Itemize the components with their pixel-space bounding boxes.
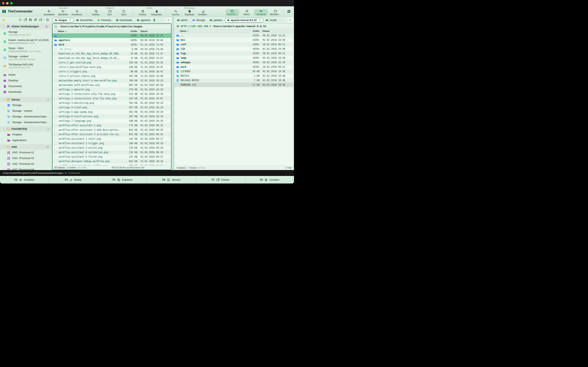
tab-overflow-indicator[interactable] bbox=[154, 19, 155, 22]
column-size[interactable]: Größe bbox=[245, 29, 260, 33]
window-close-button[interactable] bbox=[2, 2, 4, 4]
tab-close-icon[interactable] bbox=[69, 19, 71, 21]
favorites-star-icon[interactable] bbox=[2, 18, 5, 21]
file-row-intro-4-actions-chains-png[interactable]: intro-4_actions-chains.png101 KB31.01.20… bbox=[52, 74, 171, 78]
file-row-workflow-assistant-4-validation-png[interactable]: workflow-assistant-4-validation.png134 K… bbox=[52, 150, 171, 155]
sidebar-item-storage-gemeinsame-daten[interactable]: Storage - Gemeinsame-Daten… bbox=[0, 114, 51, 119]
sidebar-item-extern-nonino-de-ab-07-12-2024[interactable]: Extern: nonino.de (ab 07.12.2024)1and1-… bbox=[0, 37, 51, 45]
tab-xcode[interactable]: Xcode bbox=[264, 18, 278, 22]
file-row-bin[interactable]: bin<DIR>02.02.2016 19:38 bbox=[174, 38, 293, 42]
server-stack-icon[interactable] bbox=[29, 18, 32, 21]
file-row-workflow-designer-test-workflow-png[interactable]: workflow-designer-test-workflow.png989 K… bbox=[52, 164, 171, 165]
new-tab-button[interactable] bbox=[165, 18, 171, 22]
seitenlei-toggle-button[interactable]: Seitenlei… bbox=[226, 9, 239, 16]
net-drive-icon[interactable] bbox=[34, 18, 37, 21]
file-row-intro-2-how-workflows-work-png[interactable]: intro-2_how-workflows-work.png149 KB31.0… bbox=[52, 65, 171, 69]
sidebar-section-server[interactable]: Server4 bbox=[0, 97, 51, 102]
file-row-workflow-after-assistant-1-png[interactable]: workflow-after-assistant-1.png773 KB01.0… bbox=[52, 123, 171, 128]
file-row-settings-5-app-sweep-png[interactable]: settings-5-app-sweep.png362 KB01.02.2026… bbox=[52, 110, 171, 114]
file-row-settings-2-connections-sftp-ftp-smtp-png[interactable]: settings-2-connections-sftp-ftp-smtp.png… bbox=[52, 92, 171, 96]
file-row-workflow-assistant-1-start-png[interactable]: workflow-assistant-1-start.png141 KB01.0… bbox=[52, 137, 171, 141]
dateien-button[interactable]: Dateien bbox=[89, 9, 103, 16]
file-row-running-txt[interactable]: RUNNING.txt17 KB02.02.2016 19:38 bbox=[174, 83, 293, 87]
tab-downloads[interactable]: Downloads bbox=[114, 18, 134, 22]
left-path-bar[interactable]: /Users/norbert/Projekte/Xcode/Flowistry/… bbox=[52, 24, 171, 29]
file-row-settings-4-trash-png[interactable]: settings-4-trash.png367 KB01.02.2026 10:… bbox=[52, 105, 171, 110]
sidebar-item-storage-gemeinsame-daten[interactable]: Storage - Gemeinsame-Daten… bbox=[0, 119, 51, 125]
folder-gear-icon[interactable] bbox=[39, 18, 42, 21]
file-row-workflow-after-assistant-2-add-description[interactable]: workflow-after-assistant-2-add-descripti… bbox=[52, 128, 171, 132]
function-key-f3-ansehen[interactable]: F3Ansehen bbox=[0, 176, 49, 184]
sidebar-item-asc-prozesse-04[interactable]: ASC: Prozesse-04 bbox=[0, 167, 51, 170]
file-row-intro-1-get-started-png[interactable]: intro-1_get-started.png109 KB31.01.2026 … bbox=[52, 60, 171, 65]
packen-button[interactable]: Packen bbox=[136, 9, 149, 16]
settings-button[interactable] bbox=[284, 6, 292, 17]
function-key-f6-versch[interactable]: F6Versch. bbox=[147, 176, 196, 184]
sidebar-item-storage-norbert[interactable]: Storage - norbertsmb://192.168.200.7/nor… bbox=[0, 54, 51, 62]
file-row-dark[interactable]: dark<DIR>01.02.2026 13:43 bbox=[52, 42, 171, 47]
sidebar-item-downloads[interactable]: Downloads bbox=[0, 89, 51, 95]
file-row-download-on-the-mac-app-store-badge-us-uk[interactable]: Download_on_the_Mac_App_Store_Badge_US-U… bbox=[52, 56, 171, 60]
sidebar-item-asc-prozesse-01[interactable]: ASC: Prozesse-01 bbox=[0, 150, 51, 155]
tab-close-icon[interactable] bbox=[258, 19, 261, 21]
file-row-intro-3-triggers-png[interactable]: intro-3_triggers.png98 KB31.01.2026 16:4… bbox=[52, 69, 171, 74]
file-row-temp[interactable]: temp<DIR>02.02.2016 19:38 bbox=[174, 56, 293, 60]
file-row-appstore[interactable]: appstore<DIR>04.02.2026 19:44 bbox=[52, 38, 171, 42]
file-row-settings-6-notifications-png[interactable]: settings-6-notifications.png397 KB01.02.… bbox=[52, 114, 171, 119]
file-row-settings-3-monitoring-png[interactable]: settings-3-monitoring.png392 KB01.02.202… bbox=[52, 101, 171, 105]
file-row-mainwindow-empty-start-a-new-workflow-png[interactable]: mainwindow-empty-start-a-new-workflow.pn… bbox=[52, 78, 171, 83]
entpacken-button[interactable]: Entpacken bbox=[150, 9, 163, 16]
file-row-workflow-assistant-2-trigger-png[interactable]: workflow-assistant-2-trigger.png184 KB01… bbox=[52, 141, 171, 146]
right-path-bar[interactable]: SFTP://192.168.200.7 /Users/norbert/apac… bbox=[174, 24, 293, 29]
sync-button[interactable]: Sync bbox=[117, 9, 130, 16]
new-tab-button[interactable] bbox=[287, 18, 293, 22]
file-row-settings-2-connectsions-sftp-ftp-smtp-png[interactable]: settings-2-connectsions-sftp-ftp-smtp.pn… bbox=[52, 96, 171, 101]
pane-splitter[interactable] bbox=[172, 17, 174, 170]
file-row-workflow-designer-debug-workflow-png[interactable]: workflow-designer-debug-workflow.png632 … bbox=[52, 159, 171, 164]
window-minimize-button[interactable] bbox=[6, 2, 9, 4]
tab-serverfiles[interactable]: ServerFiles bbox=[74, 18, 95, 22]
sidebar-item-desktop[interactable]: Desktop bbox=[0, 78, 51, 83]
sidebar-item-projekte[interactable]: Projekte bbox=[0, 132, 51, 137]
tab-updates[interactable]: updates bbox=[208, 18, 224, 22]
file-row-work[interactable]: work<DIR>28.02.2016 09:51 bbox=[174, 65, 293, 69]
aktualisi-toggle-button[interactable]: Aktualisi… bbox=[268, 9, 282, 16]
column-date[interactable]: Datum bbox=[260, 29, 293, 33]
sidebar-item-asc-prozesse-03[interactable]: ASC: Prozesse-03 bbox=[0, 161, 51, 167]
file-row-conf[interactable]: conf<DIR>28.02.2016 09:51 bbox=[174, 42, 293, 47]
tab-storage[interactable]: Storage bbox=[190, 18, 207, 22]
file-row-lib[interactable]: lib<DIR>02.02.2016 19:38 bbox=[174, 47, 293, 51]
baum-toggle-button[interactable]: Baum bbox=[240, 9, 253, 16]
file-row-settings-7-language-png[interactable]: settings-7-language.png340 KB01.02.2026 … bbox=[52, 119, 171, 123]
duplikate-button[interactable]: Duplikate bbox=[183, 9, 196, 16]
column-date[interactable]: Datum bbox=[138, 29, 171, 33]
file-row-item[interactable]: ..<DIR>06.02.2026 12:21 bbox=[52, 33, 171, 38]
sidebar-item-tm-backup-ngu-m2[interactable]: TM-Backup-NGU-M2124,8 GB frei von 2 TB bbox=[0, 62, 51, 70]
sidebar-section-favoriten[interactable]: FAVORITEN2 bbox=[0, 126, 51, 132]
tab-flowistry[interactable]: Flowistry bbox=[95, 18, 113, 22]
sidebar-item-storage[interactable]: Storage bbox=[0, 102, 51, 108]
file-row-notice[interactable]: NOTICE1 KB02.02.2016 19:38 bbox=[174, 74, 293, 78]
file-row-mainwindow-with-workflows-png[interactable]: mainwindow-with-workflows.png803 KB01.02… bbox=[52, 83, 171, 87]
suchen-button[interactable]: Suchen bbox=[169, 9, 182, 16]
file-row-logs[interactable]: logs<DIR>28.02.2016 09:51 bbox=[174, 51, 293, 56]
function-key-f5-kopieren[interactable]: F5Kopieren bbox=[98, 176, 147, 184]
command-bar[interactable]: /Users/norbert/Projekte/Xcode/Flowistry/… bbox=[0, 170, 294, 176]
ausw-hlen-button[interactable]: Auswählen bbox=[43, 9, 56, 16]
sidebar-item-documents[interactable]: Documents bbox=[0, 83, 51, 89]
tab-appstore[interactable]: appstore bbox=[135, 18, 153, 22]
column-name[interactable]: Name ▲ bbox=[52, 29, 123, 33]
invertieren-button[interactable]: Invertieren bbox=[70, 9, 84, 16]
file-row-settings-1-general-png[interactable]: settings-1-general.png370 KB01.02.2026 1… bbox=[52, 87, 171, 92]
versteckt-toggle-button[interactable]: Versteckt bbox=[254, 9, 268, 16]
function-key-f7-ordner[interactable]: F7Ordner bbox=[196, 176, 245, 184]
file-row-workflow-assistant-3-action-png[interactable]: workflow-assistant-3-action.png126 KB01.… bbox=[52, 146, 171, 150]
umbene-button[interactable]: Umbene… bbox=[197, 9, 210, 16]
file-row-item[interactable]: ..<DIR>06.02.2026 12:21 bbox=[174, 33, 293, 38]
sidebar-item-strato-ngu[interactable]: Strato - NGU.ssh.w1.strat… bbox=[0, 45, 51, 54]
sidebar-item-home[interactable]: Home bbox=[0, 72, 51, 78]
folder-plus-icon[interactable] bbox=[24, 18, 27, 21]
sidebar-section-asc[interactable]: ASC34 bbox=[0, 144, 51, 150]
file-row-license[interactable]: LICENSE58 KB02.02.2016 19:38 bbox=[174, 69, 293, 74]
abw-hlen-button[interactable]: Abwählen bbox=[56, 9, 70, 16]
